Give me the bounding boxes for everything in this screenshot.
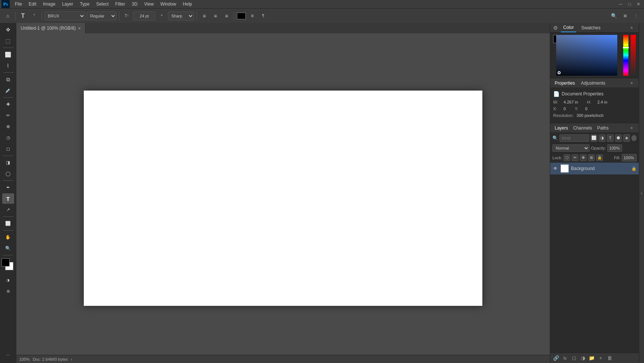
- spot-heal-tool[interactable]: ✚: [2, 99, 14, 109]
- tool-separator-4: [3, 156, 13, 156]
- marquee-tool[interactable]: ⬜: [2, 49, 14, 60]
- font-size-input[interactable]: 24 pt: [133, 12, 155, 20]
- font-size-decrease-btn[interactable]: T↑: [122, 11, 132, 21]
- status-arrow-btn[interactable]: ›: [71, 357, 72, 362]
- layer-new-btn[interactable]: +: [597, 354, 604, 362]
- close-icon[interactable]: ✕: [634, 0, 643, 8]
- opacity-label: Opacity:: [591, 146, 606, 150]
- lock-paint-btn[interactable]: ✏: [572, 154, 578, 161]
- gradient-tool[interactable]: ◨: [2, 157, 14, 168]
- menu-filter[interactable]: Filter: [112, 1, 128, 7]
- layer-pixel-filter[interactable]: ⬜: [591, 134, 597, 142]
- right-collapse-strip[interactable]: ‹: [639, 23, 644, 363]
- color-gradient-picker[interactable]: [556, 35, 621, 76]
- layers-panel-menu-icon[interactable]: ≡: [628, 124, 636, 132]
- canvas[interactable]: [84, 91, 482, 306]
- fill-input[interactable]: [622, 154, 637, 161]
- type-tool-btn[interactable]: T: [18, 11, 28, 21]
- workspaces-btn[interactable]: ⊞: [620, 11, 630, 21]
- layers-tab[interactable]: Layers: [553, 125, 569, 131]
- warp-text-btn[interactable]: ꓤ: [247, 11, 257, 21]
- path-select-tool[interactable]: ↗: [2, 205, 14, 215]
- lock-all-btn[interactable]: 🔒: [596, 154, 603, 161]
- tab-close-btn[interactable]: ✕: [78, 26, 81, 30]
- brush-tool[interactable]: ✏: [2, 110, 14, 121]
- layers-search-input[interactable]: [559, 134, 589, 142]
- layer-link-btn[interactable]: 🔗: [552, 354, 560, 362]
- alpha-slider[interactable]: [631, 35, 636, 76]
- dodge-tool[interactable]: ◯: [2, 169, 14, 179]
- color-panel-menu-icon[interactable]: ≡: [628, 24, 636, 32]
- paths-tab[interactable]: Paths: [596, 125, 610, 131]
- layer-filter-toggle[interactable]: [631, 135, 637, 141]
- lock-position-btn[interactable]: ✥: [580, 154, 587, 161]
- type-tool[interactable]: T: [2, 193, 14, 204]
- layer-type-filter[interactable]: T: [607, 134, 614, 142]
- blend-mode-select[interactable]: Normal: [552, 144, 589, 152]
- move-tool[interactable]: ✥: [2, 24, 14, 35]
- extras-btn[interactable]: ⋮: [631, 11, 641, 21]
- quick-mask-btn[interactable]: ◑: [2, 275, 14, 285]
- channels-tab[interactable]: Channels: [572, 125, 594, 131]
- doc-properties-label: Document Properties: [562, 91, 604, 97]
- layer-adj-filter[interactable]: ◑: [599, 134, 605, 142]
- vertical-type-btn[interactable]: ᵀ: [29, 11, 39, 21]
- fg-color-swatch[interactable]: [1, 258, 10, 266]
- menu-window[interactable]: Window: [158, 1, 179, 7]
- document-tab[interactable]: Untitled-1 @ 100% (RGB/8) ✕: [16, 23, 86, 33]
- color-tab[interactable]: Color: [561, 23, 576, 32]
- props-width-value: 4.267 in: [564, 100, 578, 104]
- text-color-swatch[interactable]: [237, 13, 246, 19]
- swatches-tab[interactable]: Swatches: [579, 24, 603, 32]
- minimize-icon[interactable]: ─: [617, 0, 625, 8]
- lock-artboard-btn[interactable]: ⊞: [588, 154, 595, 161]
- artboard-tool[interactable]: ⬚: [2, 36, 14, 46]
- history-tool[interactable]: ◷: [2, 133, 14, 143]
- adjustments-tab[interactable]: Adjustments: [579, 80, 607, 86]
- layer-visibility-toggle[interactable]: 👁: [552, 166, 558, 171]
- shape-tool[interactable]: ⬜: [2, 218, 14, 229]
- menu-image[interactable]: Image: [40, 1, 58, 7]
- props-panel-menu-icon[interactable]: ≡: [628, 79, 636, 87]
- eyedropper-tool[interactable]: 💉: [2, 85, 14, 96]
- char-panel-btn[interactable]: ¶: [258, 11, 268, 21]
- opacity-input[interactable]: [607, 144, 622, 152]
- lasso-tool[interactable]: ⌇: [2, 61, 14, 71]
- hue-slider[interactable]: [623, 35, 628, 76]
- pen-tool[interactable]: ✒: [2, 182, 14, 193]
- maximize-icon[interactable]: □: [625, 0, 634, 8]
- layer-delete-btn[interactable]: 🗑: [606, 354, 613, 362]
- crop-tool[interactable]: ⧉: [2, 74, 14, 85]
- home-button[interactable]: ⌂: [3, 11, 13, 21]
- properties-tab[interactable]: Properties: [553, 80, 577, 86]
- align-left-btn[interactable]: ≡: [199, 11, 209, 21]
- eraser-tool[interactable]: ◻: [2, 144, 14, 154]
- menu-view[interactable]: View: [141, 1, 157, 7]
- clone-tool[interactable]: ⊕: [2, 121, 14, 132]
- menu-select[interactable]: Select: [93, 1, 111, 7]
- menu-type[interactable]: Type: [77, 1, 92, 7]
- font-style-select[interactable]: Regular: [87, 12, 116, 20]
- layer-shape-filter[interactable]: ⬟: [615, 134, 622, 142]
- align-center-btn[interactable]: ≡: [211, 11, 220, 21]
- menu-file[interactable]: File: [12, 1, 25, 7]
- anti-alias-select[interactable]: Sharp: [168, 12, 194, 20]
- menu-layer[interactable]: Layer: [59, 1, 76, 7]
- menu-edit[interactable]: Edit: [26, 1, 39, 7]
- font-family-select[interactable]: BRUX: [44, 12, 85, 20]
- zoom-tool[interactable]: 🔍: [2, 243, 14, 254]
- hand-tool[interactable]: ✋: [2, 232, 14, 242]
- layer-group-btn[interactable]: 📁: [588, 354, 595, 362]
- align-right-btn[interactable]: ≡: [222, 11, 231, 21]
- layer-effects-btn[interactable]: fx: [561, 354, 569, 362]
- menu-help[interactable]: Help: [180, 1, 195, 7]
- layer-smart-filter[interactable]: ◈: [623, 134, 630, 142]
- search-btn[interactable]: 🔍: [609, 11, 619, 21]
- layer-adjustment-btn[interactable]: ◑: [579, 354, 587, 362]
- layer-mask-btn[interactable]: ◻: [570, 354, 578, 362]
- screen-mode-btn[interactable]: ⊞: [2, 286, 14, 296]
- more-tools-btn[interactable]: ···: [2, 350, 14, 360]
- layer-item-background[interactable]: 👁 Background 🔒: [550, 163, 639, 174]
- lock-transparent-btn[interactable]: ⬡: [564, 154, 570, 161]
- menu-3d[interactable]: 3D: [129, 1, 140, 7]
